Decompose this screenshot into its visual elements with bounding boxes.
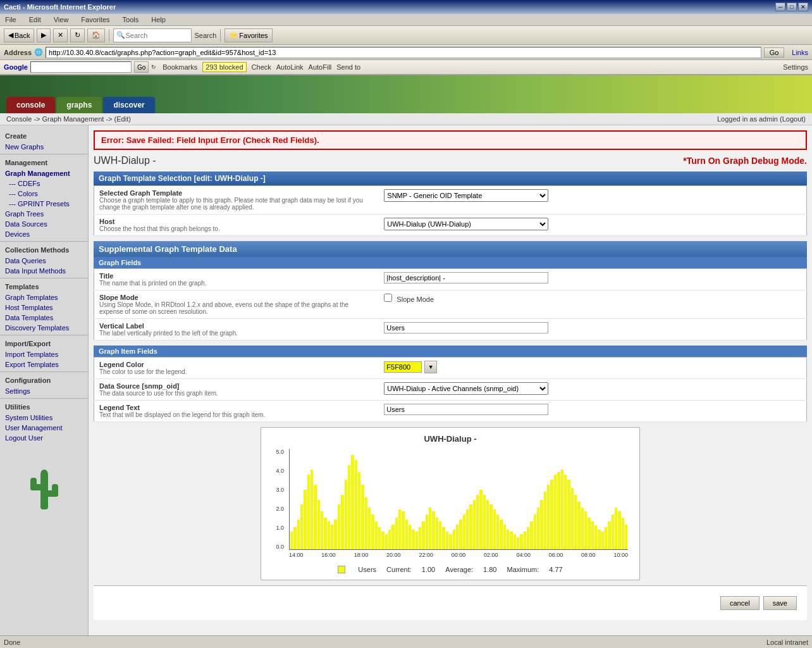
divider-2 [0, 241, 88, 242]
chart-bar [442, 527, 445, 549]
graph-template-section-header: Graph Template Selection [edit: UWH-Dial… [94, 171, 807, 185]
maximize-button[interactable]: □ [787, 3, 797, 11]
window-controls[interactable]: ─ □ ✕ [775, 3, 808, 11]
close-button[interactable]: ✕ [798, 3, 808, 11]
minimize-button[interactable]: ─ [775, 3, 785, 11]
save-button[interactable]: save [763, 596, 797, 610]
sidebar-item-settings[interactable]: Settings [0, 386, 88, 396]
color-picker-button[interactable]: ▼ [424, 361, 437, 373]
sidebar-item-colors[interactable]: --- Colors [0, 189, 88, 199]
favorites-button[interactable]: ⭐ Favorites [225, 28, 272, 42]
slope-mode-checkbox[interactable] [384, 294, 392, 302]
chart-bar [459, 520, 462, 549]
slope-mode-row: Slope Mode Using Slope Mode, in RRDtool … [94, 290, 807, 319]
chart-bar [456, 525, 458, 549]
chart-bar [612, 514, 614, 549]
sidebar-item-host-templates[interactable]: Host Templates [0, 302, 88, 313]
x-label-0400: 04:00 [516, 552, 531, 558]
home-button[interactable]: 🏠 [87, 28, 105, 42]
data-source-row: Data Source [snmp_oid] The data source t… [94, 379, 807, 401]
page-title: UWH-Dialup - [94, 155, 156, 166]
host-select[interactable]: UWH-Dialup (UWH-Dialup) [384, 218, 548, 230]
back-button[interactable]: ◀ Back [4, 28, 34, 42]
selected-graph-template-select[interactable]: SNMP - Generic OID Template [384, 189, 548, 202]
chart-bar [409, 525, 411, 549]
tab-console[interactable]: console [6, 97, 55, 113]
chart-bar [422, 521, 424, 549]
data-source-select[interactable]: UWH-Dialup - Active Channels (snmp_oid) [384, 382, 548, 395]
chart-bar [510, 532, 512, 549]
chart-bar [544, 492, 546, 549]
chart-bar [550, 480, 553, 549]
sidebar-item-export-templates[interactable]: Export Templates [0, 359, 88, 370]
sidebar-item-gprint-presets[interactable]: --- GPRINT Presets [0, 199, 88, 209]
sidebar-item-graph-templates[interactable]: Graph Templates [0, 292, 88, 302]
search-input[interactable] [125, 32, 188, 39]
chart-bar [446, 532, 448, 549]
check-button[interactable]: Check [252, 63, 271, 71]
sidebar-item-system-utilities[interactable]: System Utilities [0, 413, 88, 423]
bookmarks-button[interactable]: Bookmarks [163, 63, 197, 71]
sidebar-item-cdefs[interactable]: --- CDEFs [0, 178, 88, 189]
chart-bar [300, 504, 303, 549]
sendto-button[interactable]: Send to [336, 63, 360, 71]
menu-tools[interactable]: Tools [120, 15, 142, 24]
search-box[interactable]: 🔍 [113, 28, 192, 42]
settings-button[interactable]: Settings [783, 63, 808, 71]
address-input[interactable] [46, 47, 761, 58]
refresh-google-icon[interactable]: ↻ [151, 64, 156, 70]
legend-color-input[interactable] [384, 361, 422, 373]
selected-graph-template-desc: Choose a graph template to apply to this… [99, 197, 374, 211]
blocked-button[interactable]: 293 blocked [202, 62, 246, 72]
menu-edit[interactable]: Edit [27, 15, 44, 24]
chart-bar [507, 530, 509, 549]
chart-bar [345, 480, 347, 549]
google-go-button[interactable]: Go [134, 61, 149, 73]
menu-view[interactable]: View [51, 15, 71, 24]
tab-graphs[interactable]: graphs [56, 97, 102, 113]
sidebar-item-logout-user[interactable]: Logout User [0, 433, 88, 443]
sidebar-item-devices[interactable]: Devices [0, 229, 88, 239]
sidebar-item-graph-trees[interactable]: Graph Trees [0, 209, 88, 219]
links-button[interactable]: Links [792, 49, 808, 56]
chart-bar [557, 472, 560, 549]
google-input[interactable] [30, 61, 132, 73]
supplemental-form: Title The name that is printed on the gr… [94, 268, 807, 340]
autofill-button[interactable]: AutoFill [309, 63, 332, 71]
legend-text-input[interactable] [384, 404, 548, 415]
sidebar-item-data-sources[interactable]: Data Sources [0, 219, 88, 229]
stop-button[interactable]: ✕ [53, 28, 68, 42]
chart-bar [453, 530, 455, 549]
tab-discover[interactable]: discover [103, 97, 154, 113]
refresh-button[interactable]: ↻ [70, 28, 85, 42]
chart-bar [432, 511, 434, 549]
chart-bar [402, 511, 404, 549]
menu-favorites[interactable]: Favorites [78, 15, 112, 24]
menu-help[interactable]: Help [149, 15, 168, 24]
sidebar-item-graph-management[interactable]: Graph Management [0, 168, 88, 178]
legend-maximum-value: 4.77 [549, 566, 562, 573]
search-icon: 🔍 [116, 31, 125, 39]
sidebar-item-data-input-methods[interactable]: Data Input Methods [0, 266, 88, 276]
legend-color-input-cell: ▼ [379, 358, 806, 379]
autolink-button[interactable]: AutoLink [276, 63, 304, 71]
cancel-button[interactable]: cancel [720, 596, 760, 610]
forward-button[interactable]: ▶ [37, 28, 51, 42]
sidebar-item-data-templates[interactable]: Data Templates [0, 313, 88, 323]
sidebar-item-new-graphs[interactable]: New Graphs [0, 142, 88, 152]
sidebar-item-user-management[interactable]: User Management [0, 423, 88, 433]
chart-bar [311, 470, 313, 549]
sidebar-item-data-queries[interactable]: Data Queries [0, 256, 88, 266]
go-button[interactable]: Go [764, 47, 785, 58]
vertical-label-label: Vertical Label [99, 322, 374, 330]
vertical-label-input[interactable] [384, 322, 548, 333]
title-input[interactable] [384, 272, 548, 284]
chart-bar [324, 518, 326, 549]
debug-link[interactable]: Turn On Graph Debug Mode. [683, 156, 807, 166]
menu-file[interactable]: File [3, 15, 19, 24]
sidebar-item-import-templates[interactable]: Import Templates [0, 349, 88, 359]
title-field-desc: The name that is printed on the graph. [99, 280, 374, 287]
sidebar-item-discovery-templates[interactable]: Discovery Templates [0, 323, 88, 333]
chart-bar [514, 534, 516, 549]
divider-4 [0, 335, 88, 335]
